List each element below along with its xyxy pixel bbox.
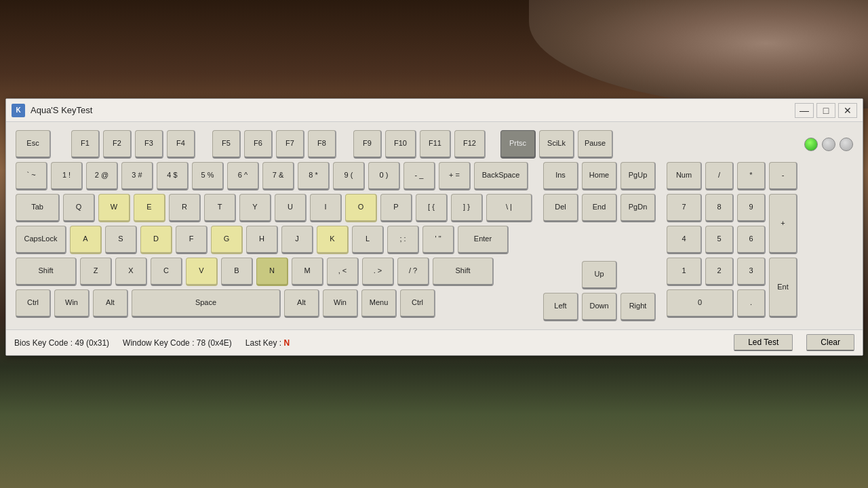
close-button[interactable]: ✕ — [838, 103, 857, 118]
key-win-right[interactable]: Win — [323, 289, 358, 318]
key-home[interactable]: Home — [582, 162, 617, 190]
key-2[interactable]: 2 @ — [86, 162, 118, 190]
key-backspace[interactable]: BackSpace — [474, 162, 528, 190]
key-0[interactable]: 0 ) — [368, 162, 400, 190]
key-ctrl-left[interactable]: Ctrl — [16, 289, 51, 318]
key-o[interactable]: O — [345, 194, 377, 222]
key-num-star[interactable]: * — [737, 162, 766, 190]
key-u[interactable]: U — [275, 194, 307, 222]
key-d[interactable]: D — [140, 226, 172, 254]
key-l[interactable]: L — [352, 226, 384, 254]
key-num-7[interactable]: 7 — [667, 194, 702, 222]
key-del[interactable]: Del — [543, 194, 578, 222]
key-win-left[interactable]: Win — [54, 289, 90, 318]
key-tilde[interactable]: ` ~ — [16, 162, 47, 190]
key-f11[interactable]: F11 — [420, 130, 451, 159]
led-test-button[interactable]: Led Test — [734, 334, 793, 351]
key-p[interactable]: P — [380, 194, 412, 222]
key-6[interactable]: 6 ^ — [227, 162, 259, 190]
key-h[interactable]: H — [246, 226, 278, 254]
key-backslash[interactable]: \ | — [486, 194, 532, 222]
key-rbracket[interactable]: ] } — [451, 194, 483, 222]
key-lbracket[interactable]: [ { — [416, 194, 448, 222]
key-num-plus[interactable]: + — [769, 194, 797, 254]
key-right[interactable]: Right — [620, 293, 656, 321]
key-a[interactable]: A — [70, 226, 102, 254]
key-num-enter[interactable]: Ent — [769, 258, 797, 318]
key-scrlk[interactable]: SciLk — [539, 130, 574, 159]
key-1[interactable]: 1 ! — [51, 162, 83, 190]
key-alt-left[interactable]: Alt — [93, 289, 128, 318]
key-num-4[interactable]: 4 — [667, 226, 702, 254]
key-capslock[interactable]: CapsLock — [16, 226, 66, 254]
key-enter[interactable]: Enter — [458, 226, 509, 254]
key-shift-left[interactable]: Shift — [16, 258, 77, 286]
key-num-6[interactable]: 6 — [737, 226, 766, 254]
key-e[interactable]: E — [134, 194, 165, 222]
key-ctrl-right[interactable]: Ctrl — [400, 289, 435, 318]
key-m[interactable]: M — [292, 258, 323, 286]
key-num-8[interactable]: 8 — [705, 194, 734, 222]
key-5[interactable]: 5 % — [192, 162, 224, 190]
key-esc[interactable]: Esc — [16, 130, 51, 159]
key-4[interactable]: 4 $ — [157, 162, 189, 190]
key-t[interactable]: T — [204, 194, 236, 222]
key-f5[interactable]: F5 — [212, 130, 241, 159]
key-3[interactable]: 3 # — [121, 162, 153, 190]
key-f[interactable]: F — [176, 226, 208, 254]
key-num-dot[interactable]: . — [737, 289, 766, 318]
key-f6[interactable]: F6 — [244, 130, 273, 159]
key-f8[interactable]: F8 — [308, 130, 336, 159]
key-f4[interactable]: F4 — [167, 130, 195, 159]
key-num-slash[interactable]: / — [705, 162, 734, 190]
key-period[interactable]: . > — [362, 258, 394, 286]
key-semicolon[interactable]: ; : — [387, 226, 419, 254]
key-up[interactable]: Up — [582, 261, 617, 289]
key-f1[interactable]: F1 — [71, 130, 100, 159]
key-n[interactable]: N — [256, 258, 288, 286]
key-prtsc[interactable]: Prtsc — [500, 130, 536, 159]
clear-button[interactable]: Clear — [806, 334, 854, 351]
key-left[interactable]: Left — [543, 293, 578, 321]
key-down[interactable]: Down — [582, 293, 617, 321]
key-y[interactable]: Y — [239, 194, 271, 222]
key-g[interactable]: G — [211, 226, 243, 254]
key-j[interactable]: J — [281, 226, 313, 254]
key-z[interactable]: Z — [80, 258, 112, 286]
key-pgdn[interactable]: PgDn — [620, 194, 656, 222]
key-f10[interactable]: F10 — [385, 130, 416, 159]
key-q[interactable]: Q — [63, 194, 95, 222]
key-numlock[interactable]: Num — [667, 162, 702, 190]
key-quote[interactable]: ' " — [422, 226, 454, 254]
key-comma[interactable]: , < — [327, 258, 359, 286]
key-b[interactable]: B — [221, 258, 253, 286]
key-num-1[interactable]: 1 — [667, 258, 702, 286]
key-minus[interactable]: - _ — [403, 162, 435, 190]
key-r[interactable]: R — [169, 194, 201, 222]
key-v[interactable]: V — [186, 258, 218, 286]
key-f12[interactable]: F12 — [454, 130, 486, 159]
key-space[interactable]: Space — [132, 289, 281, 318]
key-c[interactable]: C — [151, 258, 182, 286]
key-num-5[interactable]: 5 — [705, 226, 734, 254]
key-x[interactable]: X — [115, 258, 147, 286]
minimize-button[interactable]: — — [795, 103, 814, 118]
key-alt-right[interactable]: Alt — [284, 289, 319, 318]
key-num-0[interactable]: 0 — [667, 289, 734, 318]
key-7[interactable]: 7 & — [262, 162, 294, 190]
key-menu[interactable]: Menu — [361, 289, 397, 318]
key-f9[interactable]: F9 — [353, 130, 382, 159]
key-slash[interactable]: / ? — [397, 258, 429, 286]
key-num-9[interactable]: 9 — [737, 194, 766, 222]
key-f7[interactable]: F7 — [276, 130, 304, 159]
key-ins[interactable]: Ins — [543, 162, 578, 190]
key-tab[interactable]: Tab — [16, 194, 60, 222]
maximize-button[interactable]: □ — [816, 103, 835, 118]
key-f3[interactable]: F3 — [135, 130, 163, 159]
key-pause[interactable]: Pause — [578, 130, 613, 159]
key-pgup[interactable]: PgUp — [620, 162, 656, 190]
key-end[interactable]: End — [582, 194, 617, 222]
key-9[interactable]: 9 ( — [333, 162, 365, 190]
key-k[interactable]: K — [317, 226, 349, 254]
key-equal[interactable]: + = — [439, 162, 471, 190]
